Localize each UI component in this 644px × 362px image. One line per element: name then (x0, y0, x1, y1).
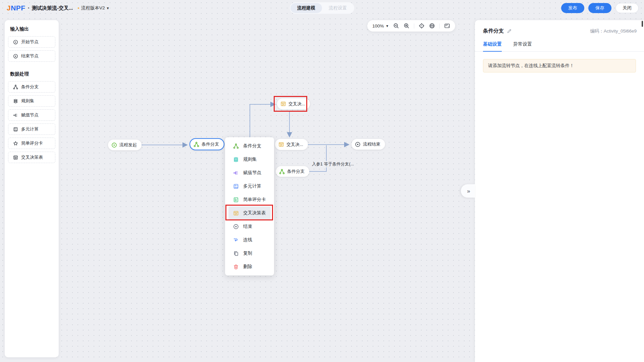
warning-message: 请添加流转节点，在连线上配置流转条件！ (483, 59, 636, 72)
toolbar-divider (414, 23, 414, 29)
palette-item-scorecard[interactable]: 简单评分卡 (8, 138, 55, 149)
close-button[interactable]: 关闭 (615, 3, 639, 13)
node-condition-branch-selected[interactable]: 条件分支 (190, 138, 224, 150)
node-label: 交叉决... (286, 142, 303, 148)
menu-item-label: 赋值节点 (243, 170, 261, 176)
zoom-level-value: 100% (372, 23, 384, 29)
menu-item-ruleset[interactable]: 规则集 (225, 153, 274, 166)
ruleset-icon (13, 99, 18, 104)
menu-item-decision-table[interactable]: 交叉决策表 (228, 206, 271, 220)
palette-section-title: 输入输出 (10, 26, 55, 32)
node-condition-branch-2[interactable]: 条件分支 (276, 166, 309, 177)
palette-item-end-node[interactable]: 结束节点 (8, 50, 55, 62)
condition-branch-icon (233, 143, 239, 149)
palette-item-label: 规则集 (21, 98, 34, 104)
version-label: 流程版本V2 (81, 5, 105, 11)
mode-tabs: 流程建模 流程设置 (290, 2, 354, 14)
menu-item-label: 删除 (243, 264, 252, 270)
save-button[interactable]: 保存 (588, 3, 611, 13)
assign-node-icon (13, 113, 18, 118)
logo-separator: · (28, 5, 30, 11)
edge-condition-to-decision-top (250, 104, 275, 137)
zoom-level-select[interactable]: 100% ▼ (372, 23, 389, 29)
scorecard-icon (233, 197, 239, 203)
canvas-toolbar: 100% ▼ (367, 20, 455, 32)
decision-table-icon (13, 155, 18, 160)
panel-title: 条件分支 (483, 28, 504, 35)
multi-calc-icon (13, 127, 18, 132)
node-process-end[interactable]: 流程结束 (352, 139, 385, 150)
menu-item-label: 复制 (243, 250, 252, 256)
edge-condition-label[interactable]: 入参1 等于条件分支(... (311, 161, 355, 167)
condition-branch-icon (13, 85, 18, 90)
zoom-in-icon[interactable] (404, 23, 410, 29)
palette-item-label: 开始节点 (21, 39, 39, 45)
palette-item-ruleset[interactable]: 规则集 (8, 95, 55, 107)
menu-item-delete[interactable]: 删除 (225, 260, 274, 273)
node-label: 流程发起 (119, 142, 137, 148)
edit-pencil-icon[interactable] (507, 29, 512, 34)
menu-item-label: 多元计算 (243, 183, 261, 189)
menu-item-label: 条件分支 (243, 143, 261, 149)
palette-item-start-node[interactable]: 开始节点 (8, 36, 55, 48)
decision-table-icon (278, 142, 284, 147)
menu-item-label: 结束 (243, 223, 252, 229)
decision-table-icon (233, 210, 239, 216)
decision-flow-designer: JNPF · 测试决策流-交叉... ● 流程版本V2 ▼ 流程建模 流程设置 … (0, 0, 644, 362)
multi-calc-icon (233, 184, 239, 189)
end-circle-icon (355, 142, 361, 147)
scrollbar-thumb[interactable] (642, 21, 643, 27)
logo-letter-j: J (7, 4, 11, 12)
palette-item-label: 简单评分卡 (21, 140, 43, 146)
panel-tabs: 基础设置 异常设置 (475, 41, 644, 52)
palette-item-label: 多元计算 (21, 126, 39, 132)
menu-item-assign-node[interactable]: 赋值节点 (225, 166, 274, 179)
connect-line-icon (233, 237, 239, 243)
zoom-out-icon[interactable] (393, 23, 399, 29)
fit-view-globe-icon[interactable] (429, 23, 435, 29)
palette-item-label: 交叉决策表 (21, 154, 43, 160)
flow-title: 测试决策流-交叉... (32, 5, 73, 11)
node-decision-table-top[interactable]: 交叉决... (277, 98, 310, 109)
node-context-menu: 条件分支 规则集 赋值节点 多元计算 简单评分卡 交叉决策表 结束 连线 (225, 137, 274, 275)
palette-item-assign-node[interactable]: 赋值节点 (8, 109, 55, 121)
palette-section-title: 数据处理 (10, 71, 55, 77)
menu-item-multi-calc[interactable]: 多元计算 (225, 179, 274, 193)
chevron-down-icon: ▼ (386, 24, 389, 28)
play-circle-icon (111, 142, 117, 148)
menu-item-label: 连线 (243, 237, 252, 243)
menu-item-scorecard[interactable]: 简单评分卡 (225, 193, 274, 206)
tab-basic-settings[interactable]: 基础设置 (483, 41, 502, 52)
version-dot-icon: ● (78, 6, 79, 10)
chevron-double-right-icon: » (466, 188, 470, 194)
node-palette: 输入输出 开始节点 结束节点 数据处理 条件分支 规则集 赋值节点 多元计算 (5, 20, 59, 357)
palette-item-decision-table[interactable]: 交叉决策表 (8, 152, 55, 163)
palette-item-condition-branch[interactable]: 条件分支 (8, 81, 55, 93)
edge-condition2-join (305, 145, 326, 171)
ruleset-icon (233, 157, 239, 162)
decision-table-icon (280, 101, 286, 107)
tab-exception-settings[interactable]: 异常设置 (513, 41, 532, 51)
start-node-icon (13, 40, 18, 45)
toolbar-divider (439, 23, 440, 29)
panel-collapse-button[interactable]: » (461, 184, 475, 198)
publish-button[interactable]: 发布 (561, 3, 584, 13)
menu-item-condition-branch[interactable]: 条件分支 (225, 139, 274, 153)
center-target-icon[interactable] (419, 23, 425, 29)
palette-item-label: 结束节点 (21, 53, 39, 59)
node-decision-table-mid[interactable]: 交叉决... (275, 139, 308, 150)
chevron-down-icon: ▼ (106, 6, 109, 10)
tab-process-settings[interactable]: 流程设置 (322, 3, 354, 13)
tab-process-modeling[interactable]: 流程建模 (290, 3, 322, 13)
node-process-start[interactable]: 流程发起 (108, 140, 142, 150)
palette-item-multi-calc[interactable]: 多元计算 (8, 123, 55, 135)
menu-item-connect-line[interactable]: 连线 (225, 233, 274, 247)
copy-icon (233, 251, 239, 256)
menu-item-copy[interactable]: 复制 (225, 247, 274, 260)
node-label: 条件分支 (287, 168, 305, 174)
version-selector[interactable]: ● 流程版本V2 ▼ (78, 5, 110, 11)
app-logo: JNPF (7, 4, 25, 12)
menu-item-end[interactable]: 结束 (225, 220, 274, 233)
condition-branch-icon (279, 169, 285, 174)
minimap-icon[interactable] (444, 23, 450, 29)
